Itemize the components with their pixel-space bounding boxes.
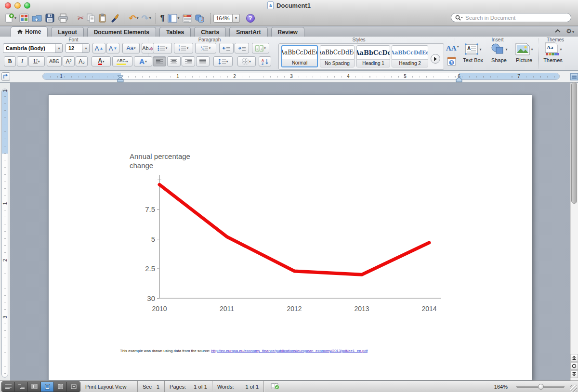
columns-dropdown-arrow[interactable]: ▾: [264, 46, 266, 50]
redo-button[interactable]: ↷▾: [140, 12, 153, 25]
tab-document-elements[interactable]: Document Elements: [87, 27, 156, 37]
media-browser-button[interactable]: ♪: [194, 12, 207, 25]
publishing-layout-button[interactable]: [28, 382, 41, 392]
document-page[interactable]: Annual percentage change 7.552.530201020…: [48, 94, 532, 380]
notebook-layout-button[interactable]: [54, 382, 67, 392]
style-normal[interactable]: AaBbCcDdEe Normal: [281, 45, 318, 67]
italic-button[interactable]: I: [17, 56, 27, 66]
save-button[interactable]: [44, 12, 56, 25]
insert-picture-button[interactable]: ▾ Picture: [512, 42, 536, 63]
tab-tables[interactable]: Tables: [159, 27, 191, 37]
format-painter-button[interactable]: [108, 12, 121, 25]
style-heading-1[interactable]: AaBbCcDd Heading 1: [356, 45, 390, 67]
previous-page-button[interactable]: [570, 354, 578, 362]
themes-button[interactable]: Aa▾ Themes: [541, 42, 565, 63]
help-button[interactable]: ?: [246, 14, 255, 23]
select-browse-object-button[interactable]: [570, 362, 578, 370]
next-page-button[interactable]: [570, 370, 578, 378]
insert-shape-button[interactable]: ▾ Shape: [487, 42, 511, 63]
toolbox-button[interactable]: [181, 12, 194, 25]
text-effects-button[interactable]: A▾: [134, 56, 152, 66]
source-link[interactable]: http://ec.europa.eu/economy_finance/publ…: [211, 349, 368, 353]
align-center-button[interactable]: [167, 56, 181, 66]
styles-gallery-more-button[interactable]: [431, 54, 440, 64]
picture-dropdown-arrow[interactable]: ▾: [531, 47, 533, 52]
collapse-ribbon-icon[interactable]: [554, 29, 561, 33]
strikethrough-button[interactable]: ABC: [47, 56, 62, 66]
decrease-indent-button[interactable]: [219, 43, 234, 53]
undo-dropdown-arrow[interactable]: ▾: [137, 16, 139, 20]
line-spacing-dropdown-arrow[interactable]: ▾: [226, 60, 228, 64]
styles-pane-button[interactable]: ¶: [447, 57, 456, 68]
borders-dropdown-arrow[interactable]: ▾: [249, 60, 251, 64]
sort-button[interactable]: AZ: [259, 56, 271, 66]
text-effects-dropdown-arrow[interactable]: ▾: [145, 60, 147, 64]
redo-dropdown-arrow[interactable]: ▾: [149, 16, 151, 20]
font-color-dropdown-arrow[interactable]: ▾: [103, 60, 105, 64]
text-box-dropdown-arrow[interactable]: ▾: [479, 47, 481, 52]
multilevel-list-button[interactable]: 1ai▾: [195, 43, 216, 53]
new-document-button[interactable]: ▾: [4, 12, 18, 25]
numbering-dropdown-arrow[interactable]: ▾: [187, 46, 189, 50]
bullets-dropdown-arrow[interactable]: ▾: [166, 46, 168, 50]
font-name-combo[interactable]: Cambria (Body)▾: [3, 43, 63, 53]
font-color-button[interactable]: A▾: [92, 56, 111, 66]
highlight-button[interactable]: ABC▾: [112, 56, 132, 66]
copy-button[interactable]: [85, 12, 97, 25]
highlight-dropdown-arrow[interactable]: ▾: [126, 60, 128, 64]
borders-button[interactable]: ▾: [237, 56, 256, 66]
subscript-button[interactable]: A₂: [76, 56, 88, 66]
tab-charts[interactable]: Charts: [194, 27, 226, 37]
bold-button[interactable]: B: [4, 56, 16, 66]
paste-button[interactable]: [97, 12, 108, 25]
print-button[interactable]: [56, 12, 70, 25]
tab-review[interactable]: Review: [271, 27, 304, 37]
cut-button[interactable]: ✂: [76, 12, 85, 25]
style-no-spacing[interactable]: AaBbCcDdEe No Spacing: [320, 45, 355, 67]
zoom-combo[interactable]: 164% ▾: [213, 14, 240, 23]
change-styles-dropdown-arrow[interactable]: ▾: [457, 44, 459, 49]
numbering-button[interactable]: 123▾: [174, 43, 193, 53]
justify-button[interactable]: [196, 56, 210, 66]
themes-dropdown-arrow[interactable]: ▾: [560, 47, 562, 52]
bullets-button[interactable]: ▾: [153, 43, 172, 53]
words-label[interactable]: Words:: [212, 384, 239, 390]
underline-button[interactable]: U▾: [28, 56, 45, 66]
insert-text-box-button[interactable]: A▾ Text Box: [461, 42, 485, 63]
align-right-button[interactable]: [182, 56, 195, 66]
columns-button[interactable]: ▾: [252, 43, 269, 53]
search-field[interactable]: Search in Document: [451, 13, 571, 22]
multilevel-dropdown-arrow[interactable]: ▾: [209, 46, 211, 50]
clear-formatting-button[interactable]: Ab: [142, 43, 154, 53]
undo-button[interactable]: ↶▾: [127, 12, 140, 25]
change-styles-button[interactable]: AA▾: [446, 44, 459, 52]
zoom-slider-thumb[interactable]: [538, 384, 544, 390]
shrink-font-button[interactable]: A▼: [106, 43, 119, 53]
show-marks-button[interactable]: ¶: [159, 12, 166, 25]
outline-view-button[interactable]: [15, 382, 28, 392]
superscript-button[interactable]: A²: [63, 56, 75, 66]
tab-layout[interactable]: Layout: [51, 27, 83, 37]
zoom-window-button[interactable]: [24, 2, 30, 9]
gallery-button[interactable]: [18, 12, 30, 25]
spelling-status-button[interactable]: [264, 383, 286, 391]
tab-smartart[interactable]: SmartArt: [229, 27, 267, 37]
zoom-value[interactable]: 164%: [213, 14, 233, 23]
zoom-dropdown[interactable]: ▾: [233, 14, 240, 23]
sidebar-view-button[interactable]: ▾: [166, 12, 181, 25]
new-dropdown-arrow[interactable]: ▾: [14, 16, 16, 20]
vertical-ruler[interactable]: 1123: [1, 89, 8, 378]
zoom-slider[interactable]: [516, 386, 565, 388]
font-size-combo[interactable]: 12▾: [66, 43, 90, 53]
close-window-button[interactable]: [5, 2, 11, 9]
print-layout-button[interactable]: [41, 382, 54, 392]
focus-view-button[interactable]: [67, 382, 80, 392]
align-left-button[interactable]: [153, 56, 166, 66]
underline-dropdown-arrow[interactable]: ▾: [38, 60, 40, 64]
increase-indent-button[interactable]: [235, 43, 249, 53]
tab-stop-selector[interactable]: [1, 72, 10, 81]
resize-grip[interactable]: [570, 385, 577, 392]
open-button[interactable]: [30, 12, 44, 25]
line-spacing-button[interactable]: ▾: [213, 56, 233, 66]
grow-font-button[interactable]: A▲: [92, 43, 105, 53]
